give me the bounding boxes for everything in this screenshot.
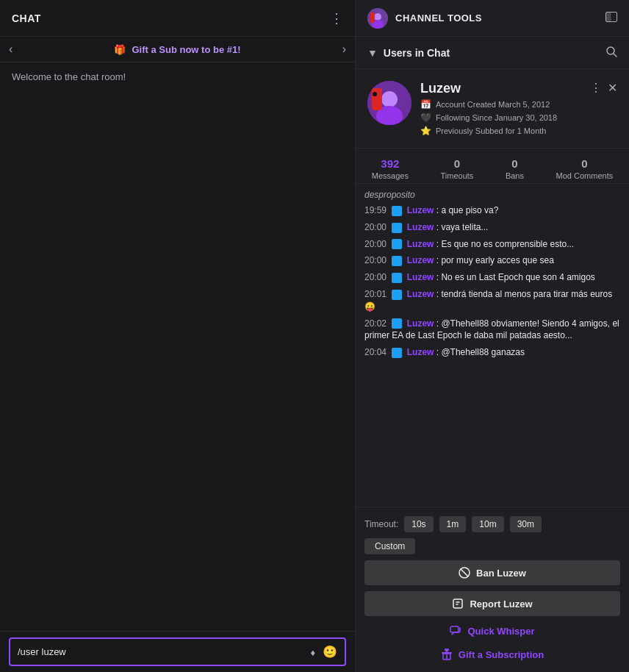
- channel-tools-panel: CHANNEL TOOLS ▼ Users in Chat: [356, 0, 629, 672]
- svg-point-14: [373, 92, 377, 96]
- prev-subbed-text: Previously Subbed for 1 Month: [436, 126, 546, 135]
- channel-avatar: [367, 8, 388, 29]
- timeout-30m-button[interactable]: 30m: [510, 516, 542, 532]
- chat-log-entry-8: 20:04 Luzew : @Thehell88 ganazas: [364, 346, 620, 359]
- chat-log-entry-6: 20:01 Luzew : tendrá tienda al menos par…: [364, 288, 620, 313]
- chat-header: CHAT ⋮: [0, 0, 355, 37]
- user-chat-log: desproposito 19:59 Luzew : a que piso va…: [356, 184, 629, 507]
- chat-panel: CHAT ⋮ ‹ 🎁 Gift a Sub now to be #1! › We…: [0, 0, 356, 672]
- report-user-button[interactable]: Report Luzew: [364, 591, 620, 616]
- timeout-10s-button[interactable]: 10s: [404, 516, 433, 532]
- ct-header-left: CHANNEL TOOLS: [367, 8, 482, 29]
- chat-title: CHAT: [12, 12, 41, 24]
- chat-input[interactable]: [18, 646, 309, 657]
- user-info-column: Luzew 📅 Account Created March 5, 2012 🖤 …: [420, 81, 557, 136]
- following-since-text: Following Since January 30, 2018: [436, 113, 557, 122]
- report-label: Report Luzew: [470, 598, 532, 610]
- bottom-actions: Timeout: 10s 1m 10m 30m Custom Ban Luzew…: [356, 507, 629, 672]
- user-more-options-button[interactable]: ⋮: [590, 81, 602, 95]
- bans-label: Bans: [506, 171, 524, 180]
- badge-icon-5: [392, 273, 402, 283]
- svg-line-16: [461, 569, 469, 577]
- quick-whisper-button[interactable]: Quick Whisper: [364, 622, 620, 640]
- collapse-button[interactable]: ▼: [367, 47, 378, 59]
- banner-next-button[interactable]: ›: [342, 43, 346, 56]
- ban-label: Ban Luzew: [476, 568, 526, 579]
- quick-whisper-label: Quick Whisper: [467, 626, 534, 637]
- chat-log-entry-7: 20:02 Luzew : @Thehell88 obviamente! Sie…: [364, 318, 620, 343]
- heart-icon: 🖤: [420, 112, 431, 123]
- user-account-created: 📅 Account Created March 5, 2012: [420, 99, 557, 110]
- mod-comments-stat: 0 Mod Comments: [556, 157, 614, 180]
- bans-value: 0: [511, 157, 517, 170]
- messages-label: Messages: [372, 171, 409, 180]
- gift-banner-content: 🎁 Gift a Sub now to be #1!: [114, 44, 240, 55]
- users-in-chat-title: Users in Chat: [384, 47, 450, 59]
- svg-rect-17: [453, 599, 462, 608]
- user-stats-row: 392 Messages 0 Timeouts 0 Bans 0 Mod Com…: [356, 149, 629, 184]
- chat-input-area: ⬧ 🙂: [0, 631, 355, 672]
- chat-log-entry-3: 20:00 Luzew : Es que no es comprensible …: [364, 238, 620, 251]
- user-profile-card: Luzew 📅 Account Created March 5, 2012 🖤 …: [356, 69, 629, 149]
- star-icon: ⭐: [420, 126, 431, 136]
- channel-tools-title: CHANNEL TOOLS: [395, 12, 482, 24]
- badge-icon-6: [392, 290, 402, 300]
- gift-banner-text: Gift a Sub now to be #1!: [132, 44, 240, 55]
- banner-prev-button[interactable]: ‹: [9, 43, 12, 56]
- custom-timeout-row: Custom: [364, 538, 620, 554]
- emoji-icon[interactable]: 🙂: [323, 645, 337, 659]
- chat-input-icons: ⬧ 🙂: [309, 645, 337, 659]
- users-bar-left: ▼ Users in Chat: [367, 47, 450, 59]
- channel-tools-header: CHANNEL TOOLS: [356, 0, 629, 37]
- timeout-10m-button[interactable]: 10m: [472, 516, 503, 532]
- badge-icon-1: [392, 206, 402, 216]
- svg-rect-4: [370, 12, 375, 15]
- badge-icon-2: [392, 223, 402, 233]
- ban-icon: [459, 567, 470, 579]
- badge-icon-3: [392, 239, 402, 249]
- send-icon[interactable]: ⬧: [309, 646, 317, 659]
- whisper-icon: [450, 625, 461, 637]
- timeout-1m-button[interactable]: 1m: [439, 516, 467, 532]
- timeout-row: Timeout: 10s 1m 10m 30m: [364, 516, 620, 532]
- timeouts-stat: 0 Timeouts: [441, 157, 474, 180]
- welcome-message: Welcome to the chat room!: [12, 71, 343, 82]
- gift-subscription-label: Gift a Subscription: [459, 649, 544, 660]
- svg-point-1: [374, 13, 381, 21]
- svg-point-10: [381, 91, 398, 107]
- messages-stat: 392 Messages: [372, 157, 409, 180]
- close-user-card-button[interactable]: ✕: [608, 81, 617, 95]
- badge-icon-8: [392, 348, 402, 358]
- timeout-label: Timeout:: [364, 519, 398, 529]
- custom-timeout-button[interactable]: Custom: [364, 538, 415, 554]
- user-prev-subbed: ⭐ Previously Subbed for 1 Month: [420, 126, 557, 136]
- messages-value: 392: [381, 157, 399, 170]
- mod-comments-label: Mod Comments: [556, 171, 614, 180]
- report-icon: [452, 598, 464, 610]
- user-profile-left: Luzew 📅 Account Created March 5, 2012 🖤 …: [367, 81, 557, 136]
- timeouts-label: Timeouts: [441, 171, 474, 180]
- badge-icon-4: [392, 256, 402, 266]
- svg-rect-3: [370, 14, 375, 23]
- chat-log-entry-1: 19:59 Luzew : a que piso va?: [364, 204, 620, 217]
- calendar-icon: 📅: [420, 99, 431, 110]
- bans-stat: 0 Bans: [506, 157, 524, 180]
- user-profile-actions: ⋮ ✕: [590, 81, 617, 95]
- user-following-since: 🖤 Following Since January 30, 2018: [420, 112, 557, 123]
- ban-user-button[interactable]: Ban Luzew: [364, 560, 620, 585]
- user-avatar: [367, 81, 411, 125]
- chat-messages: Welcome to the chat room!: [0, 62, 355, 631]
- user-profile-top: Luzew 📅 Account Created March 5, 2012 🖤 …: [367, 81, 617, 136]
- search-button[interactable]: [605, 46, 617, 60]
- gift-icon: 🎁: [114, 44, 126, 55]
- account-created-text: Account Created March 5, 2012: [436, 100, 550, 109]
- chat-log-entry-5: 20:00 Luzew : No es un Last Epoch que so…: [364, 271, 620, 284]
- badge-icon-7: [392, 318, 402, 329]
- chat-log-entry-4: 20:00 Luzew : por muy early acces que se…: [364, 254, 620, 267]
- chat-input-wrapper: ⬧ 🙂: [9, 637, 346, 666]
- gift-subscription-button[interactable]: Gift a Subscription: [364, 646, 620, 663]
- chat-more-options-button[interactable]: ⋮: [330, 10, 343, 26]
- users-in-chat-bar: ▼ Users in Chat: [356, 37, 629, 69]
- faded-entry: desproposito: [364, 190, 620, 200]
- window-icon[interactable]: [605, 12, 617, 25]
